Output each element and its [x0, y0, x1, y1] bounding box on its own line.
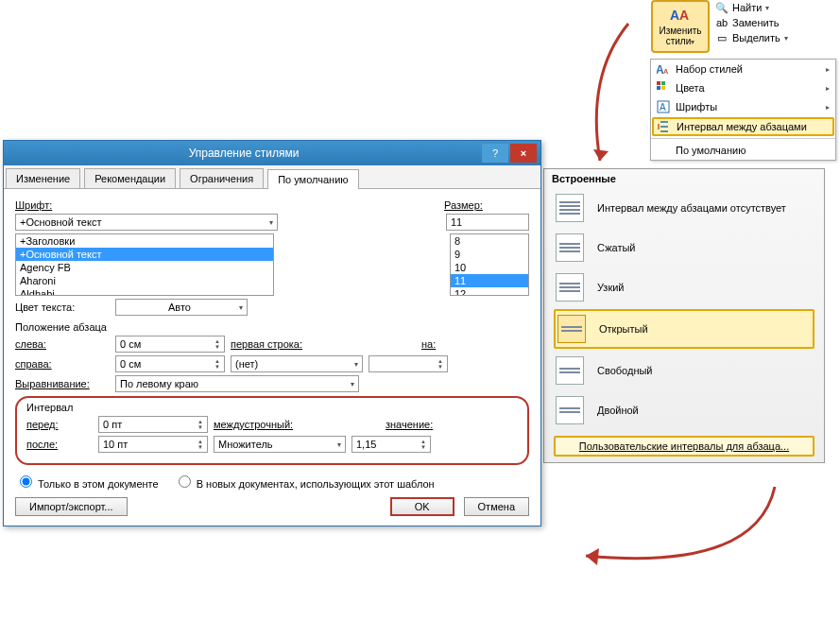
preset-narrow-icon	[556, 273, 584, 302]
tab-default[interactable]: По умолчанию	[267, 169, 358, 189]
menu-para-spacing-label: Интервал между абзацами	[677, 121, 807, 132]
menu-colors-label: Цвета	[676, 82, 705, 94]
fonts-icon: A	[657, 100, 670, 113]
size-option[interactable]: 10	[451, 261, 528, 274]
preset-open-icon	[557, 315, 586, 343]
dialog-title: Управление стилями	[8, 147, 480, 160]
interval-group: Интервал перед: 0 пт▲▼ междустрочный: зн…	[15, 396, 529, 465]
preset-free[interactable]: Свободный	[544, 351, 824, 390]
menu-style-set[interactable]: AᴀНабор стилей▸	[651, 60, 835, 78]
after-spin[interactable]: 10 пт▲▼	[98, 436, 208, 453]
linespacing-label: междустрочный:	[214, 419, 293, 430]
svg-rect-6	[657, 86, 660, 90]
custom-spacing[interactable]: Пользовательские интервалы для абзаца...	[554, 436, 814, 457]
svg-text:A: A	[660, 102, 666, 112]
firstline-combo[interactable]: (нет)▾	[231, 355, 363, 372]
ok-button[interactable]: OK	[390, 497, 454, 516]
style-Aa-icon: AA	[670, 7, 691, 24]
font-option[interactable]: Aldhabi	[16, 287, 273, 296]
colors-icon	[657, 81, 670, 95]
preset-compact-icon	[556, 233, 584, 262]
replace-icon: ab	[715, 16, 729, 29]
preset-none-icon	[556, 194, 584, 222]
select-icon: ▭	[715, 31, 729, 44]
value-label: значение:	[386, 419, 433, 430]
menu-default-label: По умолчанию	[676, 145, 746, 156]
radio-template[interactable]: В новых документах, использующих этот ша…	[174, 473, 435, 490]
font-label: Шрифт:	[15, 199, 52, 211]
annotation-arrow-icon	[567, 482, 784, 595]
tab-edit[interactable]: Изменение	[6, 168, 80, 188]
align-combo[interactable]: По левому краю▾	[115, 375, 359, 392]
change-styles-button[interactable]: AA Изменитьстили▾	[651, 0, 710, 53]
menu-style-set-label: Набор стилей	[676, 63, 743, 75]
right-spin[interactable]: 0 см▲▼	[115, 355, 225, 372]
import-export-button[interactable]: Импорт/экспорт...	[15, 497, 128, 516]
right-label: справа:	[15, 358, 52, 370]
on-label: на:	[421, 338, 436, 350]
text-color-combo[interactable]: Авто▾	[115, 299, 248, 316]
annotation-arrow-icon	[548, 19, 661, 180]
manage-styles-dialog: Управление стилями ? × Изменение Рекомен…	[3, 140, 541, 526]
preset-double-icon	[556, 396, 584, 424]
menu-fonts-label: Шрифты	[676, 101, 717, 112]
close-button[interactable]: ×	[510, 144, 537, 163]
left-spin[interactable]: 0 см▲▼	[115, 336, 225, 353]
find-icon: 🔍	[715, 1, 729, 14]
linespacing-combo[interactable]: Множитель▾	[214, 436, 346, 453]
font-option[interactable]: +Заголовки	[16, 234, 273, 248]
interval-label: Интервал	[26, 402, 518, 413]
text-color-label: Цвет текста:	[15, 302, 110, 313]
replace-label: Заменить	[732, 17, 779, 28]
replace-button[interactable]: abЗаменить	[715, 15, 788, 30]
select-label: Выделить	[732, 32, 780, 43]
find-button[interactable]: 🔍Найти▾	[715, 0, 788, 15]
spacing-icon	[658, 120, 671, 133]
before-label: перед:	[26, 419, 59, 430]
radio-doc[interactable]: Только в этом документе	[15, 473, 159, 490]
menu-fonts[interactable]: AШрифты▸	[651, 97, 835, 116]
value-spin[interactable]: 1,15▲▼	[351, 436, 431, 453]
font-option[interactable]: Agency FB	[16, 261, 273, 274]
left-label: слева:	[15, 338, 46, 350]
preset-free-label: Свободный	[597, 365, 653, 376]
size-option[interactable]: 12	[451, 287, 528, 296]
svg-text:A: A	[670, 8, 679, 23]
styleset-icon: Aᴀ	[657, 62, 670, 76]
help-button[interactable]: ?	[482, 144, 508, 163]
on-spin[interactable]: ▲▼	[369, 355, 448, 372]
font-list[interactable]: +Заголовки +Основной текст Agency FB Aha…	[15, 233, 274, 296]
align-label: Выравнивание:	[15, 378, 90, 389]
size-label: Размер:	[444, 199, 483, 211]
size-input[interactable]: 11	[446, 214, 529, 231]
menu-para-spacing[interactable]: Интервал между абзацами	[652, 117, 834, 136]
firstline-label: первая строка:	[231, 338, 302, 350]
font-combo[interactable]: +Основной текст▾	[15, 214, 278, 231]
cancel-button[interactable]: Отмена	[464, 497, 529, 516]
font-option[interactable]: +Основной текст	[16, 248, 273, 261]
preset-compact[interactable]: Сжатый	[544, 228, 824, 267]
menu-default[interactable]: По умолчанию	[651, 141, 835, 160]
preset-compact-label: Сжатый	[597, 242, 636, 253]
preset-double[interactable]: Двойной	[544, 390, 824, 430]
custom-spacing-label: Пользовательские интервалы для абзаца...	[579, 440, 789, 452]
svg-text:ᴀ: ᴀ	[663, 66, 669, 76]
change-styles-menu: AᴀНабор стилей▸ Цвета▸ AШрифты▸ Интервал…	[650, 59, 836, 161]
tab-recommend[interactable]: Рекомендации	[84, 168, 176, 188]
menu-colors[interactable]: Цвета▸	[651, 78, 835, 97]
size-option[interactable]: 11	[451, 274, 528, 287]
svg-rect-7	[661, 86, 665, 90]
preset-double-label: Двойной	[597, 405, 639, 416]
preset-open[interactable]: Открытый	[554, 309, 814, 349]
preset-narrow[interactable]: Узкий	[544, 267, 824, 307]
preset-none[interactable]: Интервал между абзацами отсутствует	[544, 188, 824, 228]
size-list[interactable]: 8 9 10 11 12	[450, 233, 529, 296]
find-label: Найти	[732, 2, 762, 13]
size-option[interactable]: 9	[451, 248, 528, 261]
select-button[interactable]: ▭Выделить▾	[715, 30, 788, 45]
tab-restrict[interactable]: Ограничения	[180, 168, 264, 188]
before-spin[interactable]: 0 пт▲▼	[98, 416, 208, 433]
font-option[interactable]: Aharoni	[16, 274, 273, 287]
size-option[interactable]: 8	[451, 234, 528, 248]
para-pos-label: Положение абзаца	[15, 321, 529, 333]
